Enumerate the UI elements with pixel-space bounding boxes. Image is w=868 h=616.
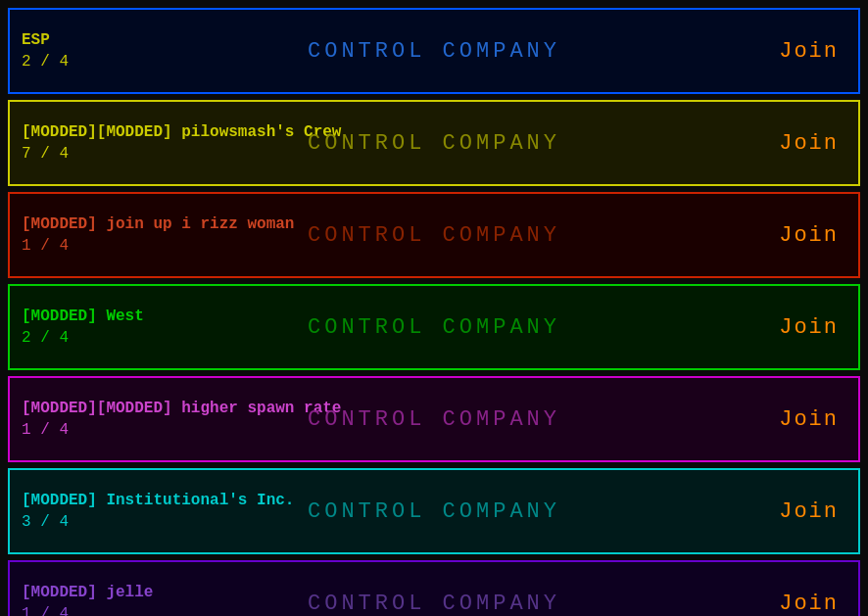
lobby-row-3: [MODDED] join up i rizz woman1 / 4CONTRO… (8, 192, 860, 278)
lobby-game-label-6: CONTROL COMPANY (308, 499, 560, 524)
lobby-row-7: [MODDED] jelle1 / 4CONTROL COMPANYJoin (8, 560, 860, 616)
lobby-game-label-4: CONTROL COMPANY (308, 315, 560, 340)
join-button-4[interactable]: Join (771, 311, 846, 344)
lobby-game-label-1: CONTROL COMPANY (308, 39, 560, 64)
lobby-row-5: [MODDED][MODDED] higher spawn rate1 / 4C… (8, 376, 860, 462)
lobby-game-label-2: CONTROL COMPANY (308, 131, 560, 156)
join-button-1[interactable]: Join (771, 35, 846, 68)
join-button-2[interactable]: Join (771, 127, 846, 160)
lobby-game-label-5: CONTROL COMPANY (308, 407, 560, 432)
lobby-row-1: ESP2 / 4CONTROL COMPANYJoin (8, 8, 860, 94)
lobby-row-2: [MODDED][MODDED] pilowsmash's Crew7 / 4C… (8, 100, 860, 186)
join-button-3[interactable]: Join (771, 219, 846, 252)
lobby-row-4: [MODDED] West2 / 4CONTROL COMPANYJoin (8, 284, 860, 370)
lobby-game-label-3: CONTROL COMPANY (308, 223, 560, 248)
lobby-game-label-7: CONTROL COMPANY (308, 592, 560, 616)
lobby-list: ESP2 / 4CONTROL COMPANYJoin[MODDED][MODD… (8, 8, 860, 616)
join-button-5[interactable]: Join (771, 403, 846, 436)
join-button-6[interactable]: Join (771, 496, 846, 528)
lobby-row-6: [MODDED] Institutional's Inc.3 / 4CONTRO… (8, 468, 860, 554)
join-button-7[interactable]: Join (771, 588, 846, 617)
